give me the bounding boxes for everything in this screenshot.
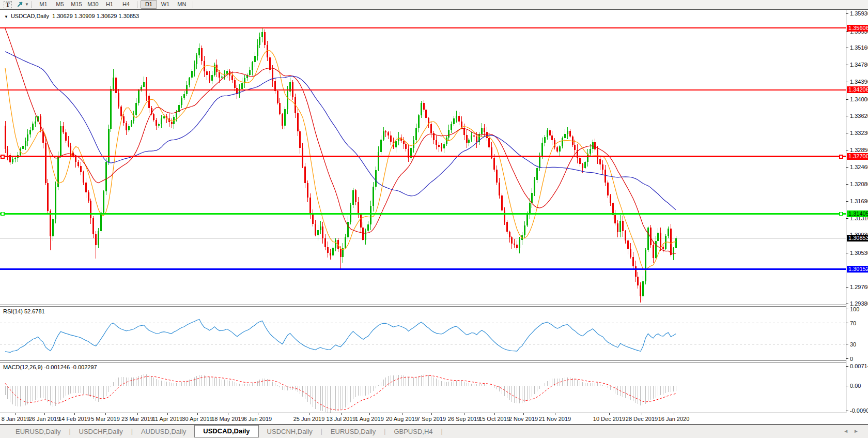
timeframe-button-h1[interactable]: H1 xyxy=(101,0,118,9)
chart-header: ▼USDCAD,Daily 1.30629 1.30909 1.30629 1.… xyxy=(4,13,139,19)
chart-window[interactable]: ▼USDCAD,Daily 1.30629 1.30909 1.30629 1.… xyxy=(0,9,868,424)
price-tick xyxy=(846,287,848,288)
arrows-icon xyxy=(17,1,24,8)
tab-separator: | xyxy=(441,428,443,435)
date-tick xyxy=(258,413,258,415)
tab-usdchf-daily[interactable]: USDCHF,Daily xyxy=(71,426,131,437)
date-tick xyxy=(642,413,642,415)
level-price-label: 1.34206 xyxy=(847,86,868,93)
date-tick xyxy=(523,413,524,415)
date-tick-label[interactable]: 21 Nov 2019 xyxy=(536,416,574,422)
level-price-label: 1.30152 xyxy=(847,266,868,273)
price-tick xyxy=(846,82,848,82)
scroll-right-icon[interactable]: ► xyxy=(854,428,864,434)
tab-audusd-daily[interactable]: AUDUSD,Daily xyxy=(133,426,194,437)
tab-gbpusd-h4[interactable]: GBPUSD,H4 xyxy=(385,426,441,437)
date-tick xyxy=(555,413,555,415)
timeframe-button-m1[interactable]: M1 xyxy=(35,0,52,9)
tab-eurusd-daily[interactable]: EURUSD,Daily xyxy=(7,426,69,437)
price-tick xyxy=(846,99,848,100)
date-tick xyxy=(105,413,106,415)
symbol-tab-bar: EURUSD,Daily|USDCHF,Daily|AUDUSD,DailyUS… xyxy=(0,424,868,438)
timeframe-button-h4[interactable]: H4 xyxy=(118,0,134,9)
date-tick xyxy=(137,413,138,415)
timeframe-button-w1[interactable]: W1 xyxy=(157,0,174,9)
price-tick-label: 1.32080 xyxy=(850,181,868,187)
timeframe-button-d1[interactable]: D1 xyxy=(141,0,157,9)
price-tick xyxy=(846,218,848,219)
date-tick xyxy=(228,413,228,415)
price-tick-label: 1.32460 xyxy=(850,164,868,170)
price-tick xyxy=(846,150,848,150)
date-tick-label[interactable]: 6 Jun 2019 xyxy=(239,416,277,422)
timeframe-button-m5[interactable]: M5 xyxy=(52,0,68,9)
text-tool-button[interactable]: T xyxy=(3,1,12,8)
ma-line-20 xyxy=(5,28,676,253)
macd-tick-label: -0.009015 xyxy=(850,407,868,414)
rsi-canvas[interactable] xyxy=(0,307,846,360)
price-tick-label: 1.34000 xyxy=(850,96,868,102)
date-tick xyxy=(431,413,432,415)
date-tick-label[interactable]: 16 Jan 2020 xyxy=(655,416,693,422)
tab-usdcad-daily[interactable]: USDCAD,Daily xyxy=(194,425,258,437)
toolbar-separator xyxy=(32,1,33,8)
price-tick-label: 1.35930 xyxy=(850,10,868,17)
price-tick xyxy=(846,184,848,185)
date-tick xyxy=(197,413,198,415)
cycle-tool-button[interactable]: ▼ xyxy=(17,1,29,8)
price-axis[interactable]: 1.359301.355301.351601.347801.343901.340… xyxy=(846,10,868,413)
rsi-tick-label: 0 xyxy=(850,356,853,362)
macd-tick xyxy=(846,386,848,386)
price-tick-label: 1.35160 xyxy=(850,44,868,51)
price-tick xyxy=(846,133,848,133)
price-tick xyxy=(846,48,848,48)
chart-symbol-label: USDCAD,Daily xyxy=(11,13,49,19)
price-tick xyxy=(846,304,848,304)
macd-label: MACD(12,26,9) -0.001246 -0.002297 xyxy=(3,364,97,370)
timeframe-button-mn[interactable]: MN xyxy=(174,0,190,9)
price-tick xyxy=(846,65,848,65)
rsi-label: RSI(14) 52.6781 xyxy=(3,308,45,314)
symbol-tabs: EURUSD,Daily|USDCHF,Daily|AUDUSD,DailyUS… xyxy=(7,425,443,438)
price-tick xyxy=(846,32,848,32)
macd-canvas[interactable] xyxy=(0,363,846,413)
rsi-tick-label: 70 xyxy=(850,320,856,326)
price-tick-label: 1.33230 xyxy=(850,130,868,136)
toolbar-separator xyxy=(137,1,138,8)
date-tick xyxy=(464,413,464,415)
price-chart-canvas[interactable] xyxy=(0,10,846,305)
price-tick-label: 1.33620 xyxy=(850,113,868,119)
rsi-tick-label: 30 xyxy=(850,341,856,348)
price-tick xyxy=(846,116,848,116)
tab-eurusd-daily[interactable]: EURUSD,Daily xyxy=(322,426,384,437)
rsi-tick xyxy=(846,358,848,359)
level-price-label: 1.35606 xyxy=(847,25,868,32)
date-tick xyxy=(16,413,16,415)
price-tick xyxy=(846,201,848,202)
price-tick-label: 1.32850 xyxy=(850,147,868,153)
timeframe-bar: M1M5M15M30H1H4D1W1MN xyxy=(35,0,196,9)
date-tick xyxy=(402,413,402,415)
current-price-label: 1.30853 xyxy=(847,235,868,241)
scroll-left-icon[interactable]: ◄ xyxy=(843,428,854,434)
date-tick xyxy=(369,413,370,415)
date-tick xyxy=(609,413,610,415)
date-tick xyxy=(674,413,674,415)
date-tick xyxy=(44,413,45,415)
price-tick-label: 1.34390 xyxy=(850,79,868,85)
chart-ohlc-values: 1.30629 1.30909 1.30629 1.30853 xyxy=(52,13,139,19)
timeframe-button-m30[interactable]: M30 xyxy=(85,0,101,9)
rsi-line xyxy=(5,319,676,352)
date-tick xyxy=(341,413,342,415)
price-tick xyxy=(846,167,848,168)
mt4-window: T ▼ M1M5M15M30H1H4D1W1MN ▼USDCAD,Daily 1… xyxy=(0,0,868,438)
level-price-label: 1.32700 xyxy=(847,153,868,160)
date-tick xyxy=(309,413,309,415)
tab-usdcnh-daily[interactable]: USDCNH,Daily xyxy=(259,426,321,437)
date-axis[interactable]: 8 Jan 201926 Jan 201914 Feb 20195 Mar 20… xyxy=(0,413,846,425)
tab-scroll-arrows[interactable]: ◄► xyxy=(843,428,864,434)
macd-tick-label: 0.00 xyxy=(850,383,861,389)
timeframe-button-m15[interactable]: M15 xyxy=(68,0,85,9)
chevron-down-icon: ▼ xyxy=(4,14,8,19)
price-tick-label: 1.34780 xyxy=(850,62,868,68)
